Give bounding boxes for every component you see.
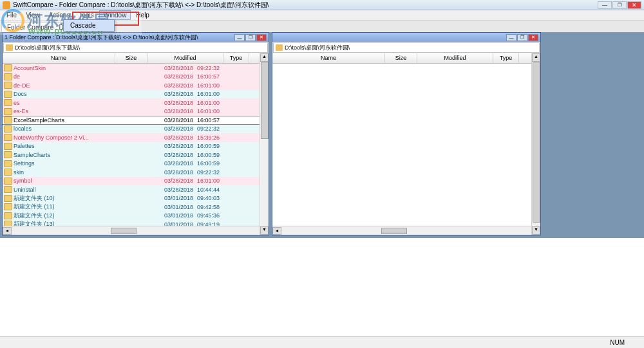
list-row[interactable]: 新建文件夹 (11)03/01/201809:42:58 <box>3 203 269 212</box>
list-row[interactable]: Docs03/28/201816:01:00 <box>3 90 269 99</box>
row-date: 03/28/2018 <box>149 187 197 193</box>
menu-help[interactable]: Help <box>132 11 153 19</box>
status-num: NUM <box>610 339 625 346</box>
menu-file[interactable]: File <box>3 11 21 19</box>
row-name: 新建文件夹 (13) <box>14 220 117 226</box>
col-name[interactable]: Name <box>3 53 115 63</box>
row-time: 16:00:57 <box>197 117 232 124</box>
menu-window[interactable]: Window <box>99 10 131 20</box>
list-row[interactable]: symbol03/28/201816:01:00 <box>3 177 269 186</box>
row-date: 03/01/2018 <box>149 204 197 210</box>
row-name: Docs <box>14 91 117 97</box>
vscroll-thumb[interactable] <box>533 62 540 223</box>
list-row[interactable]: 新建文件夹 (13)03/01/201809:49:19 <box>3 220 269 226</box>
window-menu-dropdown: Cascade <box>63 19 115 32</box>
folder-icon <box>4 212 12 219</box>
list-row[interactable]: Palettes03/28/201816:00:59 <box>3 142 269 151</box>
hscroll-thumb[interactable] <box>111 228 137 234</box>
menu-item-cascade[interactable]: Cascade <box>63 19 115 32</box>
list-row[interactable]: ExcelSampleCharts03/28/201816:00:57 <box>3 116 269 125</box>
row-date: 03/28/2018 <box>149 125 197 132</box>
vscroll-track[interactable] <box>260 62 269 226</box>
col-type[interactable]: Type <box>493 53 519 63</box>
left-path-bar[interactable]: D:\tools\桌面\河东下载站\ <box>3 42 268 53</box>
menu-view[interactable]: View <box>22 11 44 19</box>
scroll-up-button[interactable]: ▲ <box>532 53 540 62</box>
left-hscrollbar[interactable]: ◄ ► <box>3 226 269 235</box>
list-row[interactable]: Settings03/28/201816:00:59 <box>3 160 269 169</box>
scroll-down-button[interactable]: ▼ <box>532 226 540 235</box>
right-close-button[interactable]: ✕ <box>528 34 538 41</box>
row-name: 新建文件夹 (12) <box>14 212 117 220</box>
right-window-title <box>274 34 506 41</box>
row-time: 09:22:32 <box>197 65 232 71</box>
left-list-body[interactable]: AccountSkin03/28/201809:22:32de03/28/201… <box>3 64 269 226</box>
row-date: 03/28/2018 <box>149 169 197 176</box>
list-row[interactable]: skin03/28/201809:22:32 <box>3 168 269 177</box>
hscroll-track[interactable] <box>12 227 260 235</box>
left-close-button[interactable]: ✕ <box>256 34 267 41</box>
right-compare-window: — ❐ ✕ D:\tools\桌面\河东软件园\ Name Size Modif… <box>272 32 541 235</box>
list-row[interactable]: es03/28/201816:01:00 <box>3 98 269 107</box>
row-date: 03/28/2018 <box>149 178 197 184</box>
minimize-button[interactable] <box>598 1 612 9</box>
right-max-button[interactable]: ❐ <box>517 34 527 41</box>
left-max-button[interactable]: ❐ <box>245 34 256 41</box>
col-type[interactable]: Type <box>223 53 249 63</box>
list-row[interactable]: locales03/28/201809:22:32 <box>3 125 269 134</box>
vscroll-thumb[interactable] <box>261 62 269 139</box>
col-modified[interactable]: Modified <box>417 53 493 63</box>
row-date: 03/01/2018 <box>149 212 197 219</box>
col-name[interactable]: Name <box>272 53 385 63</box>
scroll-down-button[interactable]: ▼ <box>260 226 269 235</box>
row-date: 03/28/2018 <box>149 108 197 114</box>
row-time: 16:01:00 <box>197 91 232 97</box>
folder-icon <box>4 73 12 80</box>
col-size[interactable]: Size <box>385 53 417 63</box>
list-row[interactable]: Uninstall03/28/201810:44:44 <box>3 185 269 194</box>
folder-icon <box>4 116 12 124</box>
right-window-titlebar[interactable]: — ❐ ✕ <box>272 33 540 42</box>
left-window-titlebar[interactable]: 1 Folder Compare : D:\tools\桌面\河东下载站\ <-… <box>3 33 269 42</box>
list-row[interactable]: 新建文件夹 (10)03/01/201809:40:03 <box>3 194 269 203</box>
hscroll-thumb[interactable] <box>381 228 407 234</box>
folder-icon <box>4 151 12 158</box>
menu-tools[interactable]: Tools <box>75 11 97 19</box>
row-time: 09:22:32 <box>197 169 232 176</box>
scroll-left-button[interactable]: ◄ <box>3 227 12 235</box>
row-date: 03/01/2018 <box>149 195 197 201</box>
scroll-left-button[interactable]: ◄ <box>272 227 281 235</box>
left-vscrollbar[interactable]: ▲ ▼ <box>260 53 269 235</box>
row-time: 16:01:00 <box>197 82 232 89</box>
row-name: es <box>14 100 117 106</box>
close-button[interactable] <box>627 1 641 9</box>
col-size[interactable]: Size <box>115 53 147 63</box>
vscroll-track[interactable] <box>532 62 540 226</box>
list-row[interactable]: de-DE03/28/201816:01:00 <box>3 81 269 90</box>
row-name: ExcelSampleCharts <box>14 117 117 124</box>
right-hscrollbar[interactable]: ◄ ► <box>272 226 540 235</box>
folder-icon <box>4 169 12 176</box>
right-min-button[interactable]: — <box>506 34 516 41</box>
row-time: 16:00:57 <box>197 73 232 80</box>
folder-icon <box>4 203 12 210</box>
col-modified[interactable]: Modified <box>147 53 223 63</box>
list-row[interactable]: es-Es03/28/201816:01:00 <box>3 107 269 116</box>
list-row[interactable]: NoteWorthy Composer 2 Vi...03/28/201815:… <box>3 133 269 142</box>
right-path-bar[interactable]: D:\tools\桌面\河东软件园\ <box>273 42 540 53</box>
left-min-button[interactable]: — <box>234 34 245 41</box>
scroll-up-button[interactable]: ▲ <box>260 53 269 62</box>
list-row[interactable]: de03/28/201816:00:57 <box>3 73 269 82</box>
right-vscrollbar[interactable]: ▲ ▼ <box>531 53 540 235</box>
menu-actions[interactable]: Actions <box>45 11 74 19</box>
right-list-body[interactable] <box>272 64 540 226</box>
row-time: 10:44:44 <box>197 187 232 193</box>
list-row[interactable]: SampleCharts03/28/201816:00:59 <box>3 151 269 160</box>
list-row[interactable]: 新建文件夹 (12)03/01/201809:45:36 <box>3 212 269 221</box>
row-name: SampleCharts <box>14 152 117 158</box>
mdi-workarea: 1 Folder Compare : D:\tools\桌面\河东下载站\ <-… <box>0 32 644 238</box>
folder-icon <box>4 178 12 185</box>
list-row[interactable]: AccountSkin03/28/201809:22:32 <box>3 64 269 73</box>
maximize-button[interactable] <box>612 1 627 9</box>
hscroll-track[interactable] <box>281 227 531 235</box>
